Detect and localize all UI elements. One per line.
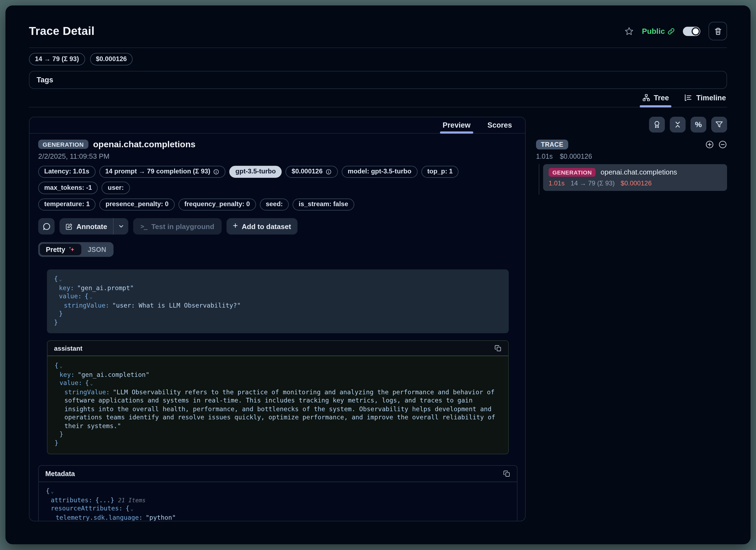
test-in-playground-button[interactable]: >_ Test in playground [133,219,221,235]
assistant-panel: assistant {⌄key:"gen_ai.completion"value [47,340,509,455]
observation-badges-row1: Latency: 1.01s 14 prompt → 79 completion… [38,166,517,194]
collapse-chevron-icon[interactable]: ⌄ [130,506,133,512]
trace-badge: TRACE [536,139,568,149]
io-preview: {⌄key:"gen_ai.prompt"value:{⌄stringValue… [38,270,517,455]
observation-body: GENERATION openai.chat.completions 2/2/2… [29,133,525,521]
delete-button[interactable] [709,22,727,40]
observation-card: Preview Scores GENERATION openai.chat.co… [29,117,526,521]
view-tabs: Tree Timeline [29,94,727,107]
tree-zoom-controls [705,140,727,149]
code-line: {⌄ [46,487,510,496]
observation-badge[interactable]: max_tokens: -1 [38,182,98,194]
filter-icon [715,120,723,129]
observation-badge[interactable]: temperature: 1 [38,199,96,211]
tab-scores[interactable]: Scores [486,117,513,133]
format-option[interactable]: Pretty [40,244,82,256]
public-link[interactable]: Public [642,27,675,35]
metadata-panel: Metadata {⌄attributes:{...}21 Itemsresou… [38,465,517,521]
node-cost: $0.000126 [621,179,651,187]
annotate-dropdown[interactable] [114,219,129,235]
trace-badge: $0.000126 [90,53,133,65]
tab-preview[interactable]: Preview [442,117,472,133]
assistant-body: {⌄key:"gen_ai.completion"value:{⌄stringV… [47,356,508,454]
copy-button[interactable] [495,345,502,352]
code-line: telemetry.sdk.language:"python" [46,514,510,521]
collapse-chevron-icon[interactable]: ⌄ [51,489,54,494]
collapse-all-button[interactable] [670,117,686,132]
terminal-icon: >_ [141,223,147,231]
header-actions: Public [624,22,727,40]
observation-badge[interactable]: top_p: 1 [421,166,459,178]
node-latency: 1.01s [549,179,565,187]
star-icon[interactable] [624,26,634,36]
filter-button[interactable] [711,117,727,132]
metrics-toggle-button[interactable]: % [690,117,706,132]
assistant-header: assistant [47,341,508,356]
tree-node-generation[interactable]: GENERATION openai.chat.completions 1.01s… [543,164,727,191]
observation-timestamp: 2/2/2025, 11:09:53 PM [38,152,517,160]
trace-summary-badges: 14 → 79 (Σ 93) $0.000126 [29,53,727,65]
tab-timeline[interactable]: Timeline [684,94,726,107]
add-to-dataset-button[interactable]: + Add to dataset [226,219,297,235]
observation-badge[interactable]: is_stream: false [293,199,354,211]
observation-badge[interactable]: presence_penalty: 0 [100,199,175,211]
code-line: resourceAttributes:{⌄ [46,505,510,514]
collapse-chevron-icon[interactable]: ⌄ [90,294,93,300]
prompt-json: {⌄key:"gen_ai.prompt"value:{⌄stringValue… [54,275,502,327]
trace-cost: $0.000126 [560,153,592,160]
panel-tabs: Preview Scores [29,117,525,133]
copy-button[interactable] [503,470,510,477]
observation-badge[interactable]: 14 prompt → 79 completion (Σ 93) [99,166,225,178]
code-line: } [54,310,502,318]
main-area: Preview Scores GENERATION openai.chat.co… [29,117,727,521]
plus-icon: + [233,221,238,231]
trace-stats: 1.01s $0.000126 [536,153,727,160]
collapse-chevron-icon[interactable]: ⌄ [59,277,62,282]
code-line: } [55,430,501,439]
trace-detail-window: Trace Detail Public [5,5,751,544]
trace-root-row[interactable]: TRACE [536,139,727,149]
code-line: key:"gen_ai.prompt" [54,284,502,292]
code-line: {⌄ [55,362,501,371]
observation-badge[interactable]: frequency_penalty: 0 [178,199,256,211]
tree-icon [642,94,650,101]
copy-icon [495,345,502,352]
info-icon [213,169,220,175]
tags-box[interactable]: Tags [29,71,727,89]
tree-toolbar: % [536,117,727,132]
sparkles-icon [69,246,76,253]
percent-icon: % [695,120,702,129]
action-buttons: Annotate >_ Test in playground [38,219,517,235]
trash-icon [714,27,722,35]
tab-tree[interactable]: Tree [642,94,669,107]
observation-badge[interactable]: $0.000126 [286,166,338,178]
annotate-button[interactable]: Annotate [59,219,129,235]
observation-badge[interactable]: user: [102,182,130,194]
expand-icon[interactable] [705,140,714,149]
observation-badge[interactable]: seed: [260,199,289,211]
metadata-label: Metadata [45,470,75,478]
collapse-icon-circle[interactable] [718,140,727,149]
copy-icon [503,470,510,477]
annotations-toggle-button[interactable] [649,117,665,132]
toggle-knob [692,27,700,35]
collapse-icon [674,120,682,129]
observation-badges-row2: temperature: 1 presence_penalty: 0 frequ… [38,199,517,211]
code-line: } [54,318,502,327]
timeline-icon [684,94,692,101]
chat-bubble-icon [42,223,50,231]
prompt-panel: {⌄key:"gen_ai.prompt"value:{⌄stringValue… [47,270,509,333]
observation-badge[interactable]: model: gpt-3.5-turbo [342,166,417,178]
generation-type-badge: GENERATION [549,168,596,177]
code-line: stringValue:"LLM Observability refers to… [55,388,501,430]
collapse-chevron-icon[interactable]: ⌄ [59,363,62,369]
edit-icon [66,223,73,230]
observation-badge[interactable]: gpt-3.5-turbo [230,166,282,178]
collapse-chevron-icon[interactable]: ⌄ [90,381,93,386]
trace-tree: GENERATION openai.chat.completions 1.01s… [539,164,727,195]
trace-badge: 14 → 79 (Σ 93) [29,53,85,65]
format-option[interactable]: JSON [82,244,112,256]
public-toggle[interactable] [683,26,700,36]
observation-badge[interactable]: Latency: 1.01s [38,166,95,178]
comment-button[interactable] [38,219,55,235]
